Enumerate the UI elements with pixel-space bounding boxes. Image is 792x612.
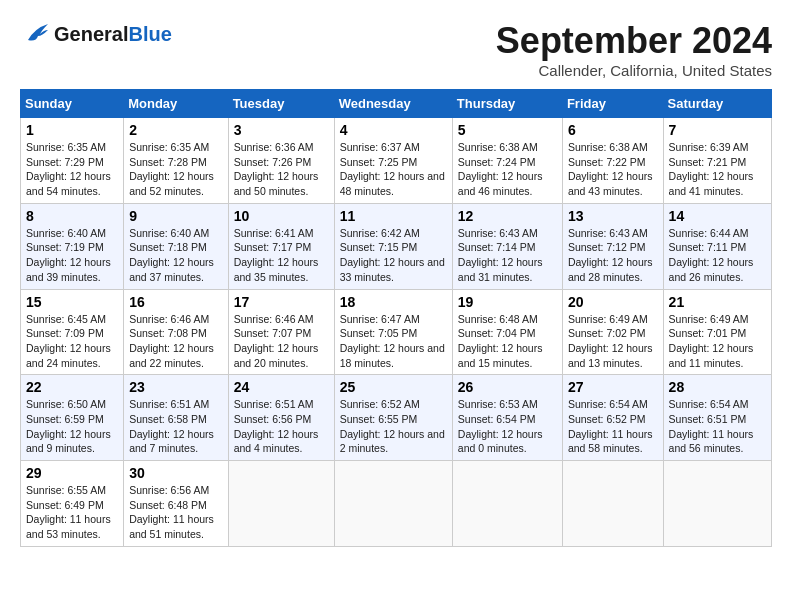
logo-text: GeneralBlue: [54, 23, 172, 46]
logo: GeneralBlue: [20, 20, 172, 48]
cell-info: Sunrise: 6:35 AM Sunset: 7:29 PM Dayligh…: [26, 140, 118, 199]
cell-day-number: 16: [129, 294, 222, 310]
calendar-cell: 4 Sunrise: 6:37 AM Sunset: 7:25 PM Dayli…: [334, 118, 452, 204]
weekday-header: Saturday: [663, 90, 771, 118]
cell-info: Sunrise: 6:38 AM Sunset: 7:24 PM Dayligh…: [458, 140, 557, 199]
location-title: Callender, California, United States: [496, 62, 772, 79]
cell-day-number: 14: [669, 208, 766, 224]
calendar-cell: 16 Sunrise: 6:46 AM Sunset: 7:08 PM Dayl…: [124, 289, 228, 375]
cell-info: Sunrise: 6:54 AM Sunset: 6:52 PM Dayligh…: [568, 397, 658, 456]
calendar-cell: 19 Sunrise: 6:48 AM Sunset: 7:04 PM Dayl…: [452, 289, 562, 375]
cell-day-number: 4: [340, 122, 447, 138]
cell-day-number: 29: [26, 465, 118, 481]
cell-day-number: 13: [568, 208, 658, 224]
calendar-cell: 17 Sunrise: 6:46 AM Sunset: 7:07 PM Dayl…: [228, 289, 334, 375]
calendar-cell: 12 Sunrise: 6:43 AM Sunset: 7:14 PM Dayl…: [452, 203, 562, 289]
cell-info: Sunrise: 6:49 AM Sunset: 7:01 PM Dayligh…: [669, 312, 766, 371]
cell-info: Sunrise: 6:43 AM Sunset: 7:14 PM Dayligh…: [458, 226, 557, 285]
weekday-header: Thursday: [452, 90, 562, 118]
calendar-cell: 5 Sunrise: 6:38 AM Sunset: 7:24 PM Dayli…: [452, 118, 562, 204]
cell-day-number: 9: [129, 208, 222, 224]
calendar-cell: [562, 461, 663, 547]
cell-info: Sunrise: 6:51 AM Sunset: 6:58 PM Dayligh…: [129, 397, 222, 456]
cell-day-number: 11: [340, 208, 447, 224]
cell-info: Sunrise: 6:45 AM Sunset: 7:09 PM Dayligh…: [26, 312, 118, 371]
calendar-cell: 7 Sunrise: 6:39 AM Sunset: 7:21 PM Dayli…: [663, 118, 771, 204]
cell-day-number: 5: [458, 122, 557, 138]
cell-info: Sunrise: 6:37 AM Sunset: 7:25 PM Dayligh…: [340, 140, 447, 199]
calendar-cell: 21 Sunrise: 6:49 AM Sunset: 7:01 PM Dayl…: [663, 289, 771, 375]
weekday-header: Friday: [562, 90, 663, 118]
cell-info: Sunrise: 6:41 AM Sunset: 7:17 PM Dayligh…: [234, 226, 329, 285]
calendar-cell: 13 Sunrise: 6:43 AM Sunset: 7:12 PM Dayl…: [562, 203, 663, 289]
cell-info: Sunrise: 6:51 AM Sunset: 6:56 PM Dayligh…: [234, 397, 329, 456]
weekday-header: Monday: [124, 90, 228, 118]
calendar-cell: 30 Sunrise: 6:56 AM Sunset: 6:48 PM Dayl…: [124, 461, 228, 547]
cell-info: Sunrise: 6:46 AM Sunset: 7:08 PM Dayligh…: [129, 312, 222, 371]
cell-day-number: 7: [669, 122, 766, 138]
weekday-header: Sunday: [21, 90, 124, 118]
calendar-week-row: 22 Sunrise: 6:50 AM Sunset: 6:59 PM Dayl…: [21, 375, 772, 461]
cell-info: Sunrise: 6:44 AM Sunset: 7:11 PM Dayligh…: [669, 226, 766, 285]
calendar-cell: 8 Sunrise: 6:40 AM Sunset: 7:19 PM Dayli…: [21, 203, 124, 289]
calendar-cell: 25 Sunrise: 6:52 AM Sunset: 6:55 PM Dayl…: [334, 375, 452, 461]
cell-info: Sunrise: 6:40 AM Sunset: 7:19 PM Dayligh…: [26, 226, 118, 285]
calendar-cell: 14 Sunrise: 6:44 AM Sunset: 7:11 PM Dayl…: [663, 203, 771, 289]
cell-day-number: 17: [234, 294, 329, 310]
cell-info: Sunrise: 6:35 AM Sunset: 7:28 PM Dayligh…: [129, 140, 222, 199]
logo-bird-icon: [20, 20, 50, 48]
calendar-week-row: 29 Sunrise: 6:55 AM Sunset: 6:49 PM Dayl…: [21, 461, 772, 547]
cell-day-number: 20: [568, 294, 658, 310]
cell-day-number: 10: [234, 208, 329, 224]
calendar-cell: 29 Sunrise: 6:55 AM Sunset: 6:49 PM Dayl…: [21, 461, 124, 547]
calendar-cell: 6 Sunrise: 6:38 AM Sunset: 7:22 PM Dayli…: [562, 118, 663, 204]
cell-day-number: 21: [669, 294, 766, 310]
calendar-cell: [334, 461, 452, 547]
cell-info: Sunrise: 6:54 AM Sunset: 6:51 PM Dayligh…: [669, 397, 766, 456]
cell-info: Sunrise: 6:42 AM Sunset: 7:15 PM Dayligh…: [340, 226, 447, 285]
cell-day-number: 8: [26, 208, 118, 224]
weekday-header: Tuesday: [228, 90, 334, 118]
calendar-cell: 3 Sunrise: 6:36 AM Sunset: 7:26 PM Dayli…: [228, 118, 334, 204]
cell-day-number: 23: [129, 379, 222, 395]
calendar-cell: 15 Sunrise: 6:45 AM Sunset: 7:09 PM Dayl…: [21, 289, 124, 375]
cell-day-number: 2: [129, 122, 222, 138]
cell-day-number: 19: [458, 294, 557, 310]
calendar-cell: 22 Sunrise: 6:50 AM Sunset: 6:59 PM Dayl…: [21, 375, 124, 461]
cell-day-number: 15: [26, 294, 118, 310]
cell-day-number: 27: [568, 379, 658, 395]
cell-info: Sunrise: 6:49 AM Sunset: 7:02 PM Dayligh…: [568, 312, 658, 371]
cell-day-number: 6: [568, 122, 658, 138]
cell-day-number: 22: [26, 379, 118, 395]
calendar-cell: [663, 461, 771, 547]
calendar-cell: 18 Sunrise: 6:47 AM Sunset: 7:05 PM Dayl…: [334, 289, 452, 375]
cell-info: Sunrise: 6:55 AM Sunset: 6:49 PM Dayligh…: [26, 483, 118, 542]
cell-info: Sunrise: 6:38 AM Sunset: 7:22 PM Dayligh…: [568, 140, 658, 199]
cell-day-number: 28: [669, 379, 766, 395]
cell-day-number: 25: [340, 379, 447, 395]
calendar-cell: 23 Sunrise: 6:51 AM Sunset: 6:58 PM Dayl…: [124, 375, 228, 461]
cell-day-number: 30: [129, 465, 222, 481]
cell-info: Sunrise: 6:53 AM Sunset: 6:54 PM Dayligh…: [458, 397, 557, 456]
calendar-table: SundayMondayTuesdayWednesdayThursdayFrid…: [20, 89, 772, 547]
cell-info: Sunrise: 6:52 AM Sunset: 6:55 PM Dayligh…: [340, 397, 447, 456]
cell-day-number: 18: [340, 294, 447, 310]
cell-info: Sunrise: 6:36 AM Sunset: 7:26 PM Dayligh…: [234, 140, 329, 199]
calendar-week-row: 1 Sunrise: 6:35 AM Sunset: 7:29 PM Dayli…: [21, 118, 772, 204]
calendar-week-row: 8 Sunrise: 6:40 AM Sunset: 7:19 PM Dayli…: [21, 203, 772, 289]
calendar-cell: 2 Sunrise: 6:35 AM Sunset: 7:28 PM Dayli…: [124, 118, 228, 204]
calendar-week-row: 15 Sunrise: 6:45 AM Sunset: 7:09 PM Dayl…: [21, 289, 772, 375]
cell-day-number: 26: [458, 379, 557, 395]
calendar-cell: [452, 461, 562, 547]
page-header: GeneralBlue September 2024 Callender, Ca…: [20, 20, 772, 79]
calendar-cell: 9 Sunrise: 6:40 AM Sunset: 7:18 PM Dayli…: [124, 203, 228, 289]
cell-info: Sunrise: 6:43 AM Sunset: 7:12 PM Dayligh…: [568, 226, 658, 285]
calendar-cell: 28 Sunrise: 6:54 AM Sunset: 6:51 PM Dayl…: [663, 375, 771, 461]
cell-info: Sunrise: 6:47 AM Sunset: 7:05 PM Dayligh…: [340, 312, 447, 371]
calendar-cell: 10 Sunrise: 6:41 AM Sunset: 7:17 PM Dayl…: [228, 203, 334, 289]
cell-day-number: 1: [26, 122, 118, 138]
cell-day-number: 24: [234, 379, 329, 395]
cell-info: Sunrise: 6:56 AM Sunset: 6:48 PM Dayligh…: [129, 483, 222, 542]
cell-day-number: 12: [458, 208, 557, 224]
calendar-cell: 20 Sunrise: 6:49 AM Sunset: 7:02 PM Dayl…: [562, 289, 663, 375]
